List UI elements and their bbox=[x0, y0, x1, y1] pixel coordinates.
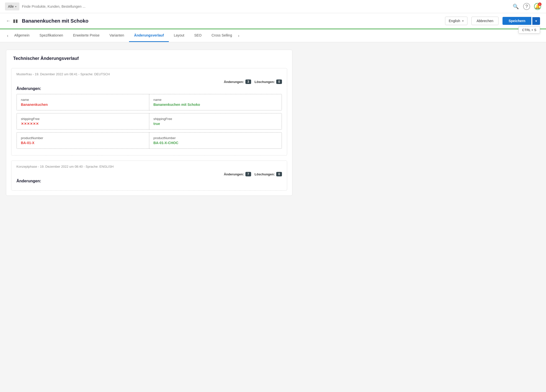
copy-button[interactable]: ▮▮ bbox=[13, 18, 18, 24]
main-content: Technischer Änderungsverlauf Musterfrau … bbox=[0, 42, 298, 208]
change-cell-right-3: productNumber BA-01-X-CHOC bbox=[149, 132, 282, 149]
changes-meta-badge-1: Änderungen: 3 bbox=[224, 79, 251, 84]
change-cell-key-right-3: productNumber bbox=[153, 136, 277, 140]
section-title: Technischer Änderungsverlauf bbox=[6, 50, 292, 65]
change-group-2: Konzeptphase - 19. Dezember 2022 um 08:4… bbox=[11, 160, 287, 191]
changes-meta-badge-2: Änderungen: 7 bbox=[224, 172, 251, 176]
language-selector[interactable]: English ▾ bbox=[445, 17, 467, 25]
change-cell-val-right-1: Bananenkuchen mit Schoko bbox=[153, 103, 277, 107]
top-bar: Alle ▾ 🔍 ? 🔔 1 bbox=[0, 0, 546, 13]
change-cell-key-left-3: productNumber bbox=[21, 136, 145, 140]
change-cell-right-1: name Bananenkuchen mit Schoko bbox=[149, 94, 282, 110]
deletions-meta-label-2: Löschungen: bbox=[255, 172, 275, 176]
change-cell-val-left-2: ✕✕✕✕✕✕ bbox=[21, 122, 145, 126]
tab-allgemein[interactable]: Allgemein bbox=[9, 29, 34, 42]
history-section-card: Technischer Änderungsverlauf Musterfrau … bbox=[6, 50, 292, 196]
changes-count-badge-2: 7 bbox=[245, 172, 251, 176]
save-button[interactable]: Speichern bbox=[502, 17, 531, 25]
change-group-header-2: Konzeptphase - 19. Dezember 2022 um 08:4… bbox=[16, 165, 282, 168]
language-chevron: ▾ bbox=[462, 19, 464, 23]
deletions-meta-label-1: Löschungen: bbox=[255, 80, 275, 84]
change-cell-val-left-3: BA-01-X bbox=[21, 141, 145, 145]
change-row-1: name Bananenkuchen name Bananenkuchen mi… bbox=[16, 94, 282, 111]
cancel-button[interactable]: Abbrechen bbox=[471, 17, 499, 25]
change-cell-val-right-3: BA-01-X-CHOC bbox=[153, 141, 277, 145]
search-type-label: Alle bbox=[8, 4, 14, 8]
change-row-3: productNumber BA-01-X productNumber BA-0… bbox=[16, 132, 282, 149]
change-group-meta-1: Änderungen: 3 Löschungen: 0 bbox=[16, 79, 282, 84]
page-title: Bananenkuchen mit Schoko bbox=[22, 18, 441, 24]
change-cell-left-3: productNumber BA-01-X bbox=[17, 132, 149, 149]
change-cell-right-2: shippingFree true bbox=[149, 113, 282, 129]
search-input-wrap bbox=[22, 4, 510, 8]
help-icon-button[interactable]: ? bbox=[523, 3, 530, 10]
language-label: English bbox=[449, 19, 460, 23]
changes-section-label-1: Änderungen: bbox=[16, 86, 282, 91]
bell-badge: 1 bbox=[538, 2, 542, 6]
change-cell-left-1: name Bananenkuchen bbox=[17, 94, 149, 110]
save-dropdown-button[interactable]: ▾ bbox=[532, 17, 540, 25]
change-cell-val-left-1: Bananenkuchen bbox=[21, 103, 145, 107]
tab-layout[interactable]: Layout bbox=[169, 29, 189, 42]
change-cell-key-left-2: shippingFree bbox=[21, 117, 145, 121]
search-type-chevron: ▾ bbox=[15, 5, 16, 8]
top-bar-icons: 🔍 ? 🔔 1 bbox=[512, 3, 541, 10]
change-group-1: Musterfrau - 19. Dezember 2022 um 08:41 … bbox=[11, 68, 287, 156]
change-group-header-1: Musterfrau - 19. Dezember 2022 um 08:41 … bbox=[16, 72, 282, 76]
changes-meta-label-1: Änderungen: bbox=[224, 80, 244, 84]
tab-aenderungsverlauf[interactable]: Änderungsverlauf bbox=[129, 29, 169, 42]
deletions-count-badge-1: 0 bbox=[276, 79, 282, 84]
tab-seo[interactable]: SEO bbox=[189, 29, 207, 42]
tabs-bar: ‹ Allgemein Spezifikationen Erweiterte P… bbox=[0, 29, 546, 42]
search-icon-button[interactable]: 🔍 bbox=[512, 3, 519, 10]
back-button[interactable]: ← bbox=[6, 18, 10, 24]
page-header: ← ▮▮ Bananenkuchen mit Schoko English ▾ … bbox=[0, 13, 546, 29]
tab-varianten[interactable]: Varianten bbox=[104, 29, 129, 42]
deletions-count-badge-2: 0 bbox=[276, 172, 282, 176]
change-cell-key-right-1: name bbox=[153, 98, 277, 102]
help-icon-label: ? bbox=[525, 4, 528, 9]
header-nav-icons: ← ▮▮ bbox=[6, 18, 18, 24]
change-cell-val-right-2: true bbox=[153, 122, 277, 126]
tab-cross-selling[interactable]: Cross Selling bbox=[207, 29, 237, 42]
tab-prev-arrow[interactable]: ‹ bbox=[6, 31, 9, 41]
change-cell-left-2: shippingFree ✕✕✕✕✕✕ bbox=[17, 113, 149, 129]
changes-meta-label-2: Änderungen: bbox=[224, 172, 244, 176]
deletions-meta-badge-2: Löschungen: 0 bbox=[255, 172, 282, 176]
save-button-group: Speichern ▾ CTRL + S bbox=[502, 17, 540, 25]
tab-next-arrow[interactable]: › bbox=[237, 31, 240, 41]
changes-section-label-2: Änderungen: bbox=[16, 179, 282, 183]
changes-count-badge-1: 3 bbox=[245, 79, 251, 84]
change-group-meta-2: Änderungen: 7 Löschungen: 0 bbox=[16, 172, 282, 176]
bell-icon-button[interactable]: 🔔 1 bbox=[534, 3, 541, 10]
change-cell-key-right-2: shippingFree bbox=[153, 117, 277, 121]
search-type-button[interactable]: Alle ▾ bbox=[5, 2, 19, 10]
search-input[interactable] bbox=[22, 4, 510, 8]
tab-erweiterte-preise[interactable]: Erweiterte Preise bbox=[68, 29, 105, 42]
save-tooltip: CTRL + S bbox=[518, 26, 540, 34]
deletions-meta-badge-1: Löschungen: 0 bbox=[255, 79, 282, 84]
change-cell-key-left-1: name bbox=[21, 98, 145, 102]
tab-spezifikationen[interactable]: Spezifikationen bbox=[35, 29, 68, 42]
change-row-2: shippingFree ✕✕✕✕✕✕ shippingFree true bbox=[16, 113, 282, 130]
